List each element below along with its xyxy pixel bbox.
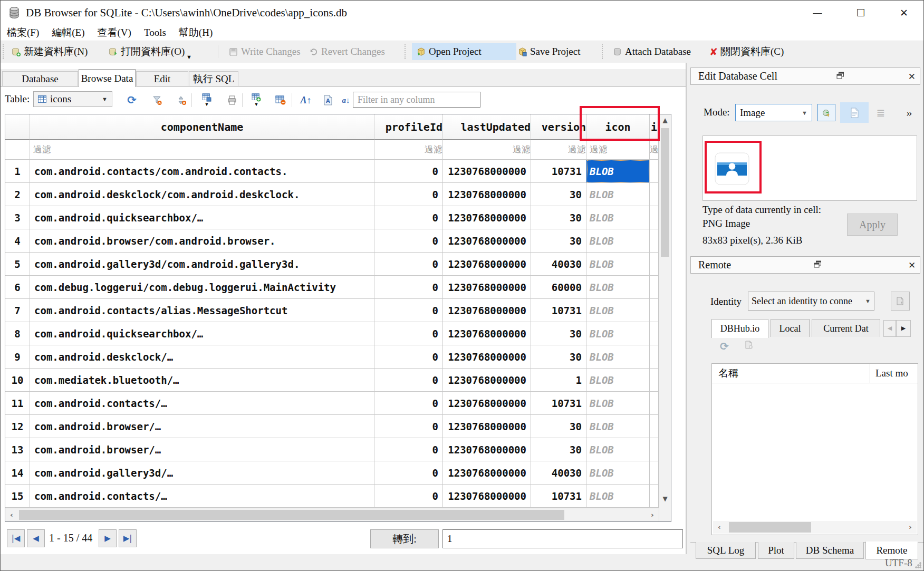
cell-componentName[interactable]: com.android.deskclock/com.android.deskcl… (30, 183, 374, 206)
open-project-button[interactable]: Open Project (412, 43, 516, 60)
remote-scrollbar-thumb[interactable] (729, 522, 811, 533)
cell-version[interactable]: 1 (531, 369, 586, 392)
row-number[interactable]: 8 (5, 322, 30, 345)
revert-changes-button[interactable]: Revert Changes (304, 43, 389, 60)
mode-select[interactable]: Image ▼ (735, 104, 812, 121)
cell-profileId[interactable]: 0 (374, 438, 443, 461)
cell-clipped[interactable] (650, 322, 659, 345)
insert-record-button[interactable]: ▼ (249, 93, 263, 107)
close-dock-icon[interactable]: ✕ (904, 260, 920, 270)
cell-clipped[interactable] (650, 461, 659, 485)
row-number[interactable]: 11 (5, 392, 30, 415)
clear-filters-button[interactable] (150, 93, 164, 107)
decrease-font-button[interactable]: a↓ (339, 93, 353, 107)
cell-icon[interactable]: BLOB (586, 160, 650, 183)
row-number[interactable]: 6 (5, 276, 30, 299)
row-number[interactable]: 3 (5, 206, 30, 229)
cell-version[interactable]: 30 (531, 322, 586, 345)
cell-profileId[interactable]: 0 (374, 322, 443, 345)
cell-componentName[interactable]: com.android.browser/com.android.browser. (30, 229, 374, 253)
cell-profileId[interactable]: 0 (374, 415, 443, 438)
cell-lastUpdated[interactable]: 1230768000000 (443, 183, 531, 206)
cell-lastUpdated[interactable]: 1230768000000 (443, 229, 531, 253)
cell-lastUpdated[interactable]: 1230768000000 (443, 253, 531, 276)
cell-clipped[interactable] (650, 206, 659, 229)
cell-lastUpdated[interactable]: 1230768000000 (443, 276, 531, 299)
clone-database-button[interactable] (891, 292, 910, 311)
cell-clipped[interactable] (650, 438, 659, 461)
filter-cell[interactable]: 過濾 (30, 140, 374, 160)
cell-componentName[interactable]: com.android.gallery3d/… (30, 461, 374, 485)
menu-edit[interactable]: 編輯(E) (45, 25, 91, 41)
cell-version[interactable]: 30 (531, 345, 586, 369)
open-recent-dropdown-icon[interactable]: ▼ (186, 54, 192, 60)
cell-profileId[interactable]: 0 (374, 206, 443, 229)
cell-lastUpdated[interactable]: 1230768000000 (443, 369, 531, 392)
print-button[interactable] (225, 93, 239, 107)
cell-clipped[interactable] (650, 160, 659, 183)
row-number[interactable]: 14 (5, 461, 30, 485)
header-componentName[interactable]: componentName (30, 114, 374, 140)
goto-button[interactable]: 轉到: (370, 529, 439, 548)
cell-profileId[interactable]: 0 (374, 183, 443, 206)
last-record-button[interactable]: ▶| (119, 529, 137, 547)
tab-scroll-right-icon[interactable]: ▶ (896, 320, 911, 337)
corner-header[interactable] (5, 114, 30, 140)
first-record-button[interactable]: |◀ (7, 529, 25, 547)
cell-profileId[interactable]: 0 (374, 345, 443, 369)
cell-icon[interactable]: BLOB (586, 485, 650, 508)
cell-componentName[interactable]: com.android.contacts/com.android.contact… (30, 160, 374, 183)
cell-clipped[interactable] (650, 229, 659, 253)
menu-tools[interactable]: Tools (138, 26, 172, 40)
remote-modified-column[interactable]: Last mo (870, 367, 908, 379)
cell-version[interactable]: 30 (531, 415, 586, 438)
float-dock-icon[interactable] (810, 260, 825, 270)
cell-componentName[interactable]: com.mediatek.bluetooth/… (30, 369, 374, 392)
cell-clipped[interactable] (650, 253, 659, 276)
filter-cell[interactable]: 過濾 (374, 140, 443, 160)
apply-button[interactable]: Apply (847, 214, 898, 236)
cell-lastUpdated[interactable]: 1230768000000 (443, 206, 531, 229)
header-profileId[interactable]: profileId (374, 114, 443, 140)
cell-componentName[interactable]: com.android.browser/… (30, 415, 374, 438)
cell-componentName[interactable]: com.android.gallery3d/com.android.galler… (30, 253, 374, 276)
filter-cell[interactable]: 過濾 (650, 140, 659, 160)
cell-icon[interactable]: BLOB (586, 461, 650, 485)
maximize-button[interactable]: ☐ (849, 5, 873, 21)
tab-current-database[interactable]: Current Dat (812, 319, 880, 337)
goto-input[interactable] (442, 529, 683, 548)
text-view-button[interactable] (840, 102, 869, 123)
filter-cell[interactable]: 過濾 (586, 140, 650, 160)
horizontal-scrollbar-thumb[interactable] (19, 510, 564, 520)
cell-version[interactable]: 40030 (531, 253, 586, 276)
cell-componentName[interactable]: com.android.quicksearchbox/… (30, 322, 374, 345)
cell-version[interactable]: 30 (531, 438, 586, 461)
new-database-button[interactable]: 新建資料庫(N) (7, 43, 92, 60)
cell-clipped[interactable] (650, 392, 659, 415)
dock-tab-db-schema[interactable]: DB Schema (796, 542, 864, 559)
dock-tab-sql-log[interactable]: SQL Log (696, 542, 756, 559)
import-data-button[interactable] (817, 104, 835, 121)
cell-clipped[interactable] (650, 183, 659, 206)
cell-icon[interactable]: BLOB (586, 322, 650, 345)
cell-icon[interactable]: BLOB (586, 183, 650, 206)
dock-tab-remote[interactable]: Remote (865, 541, 918, 559)
vertical-scrollbar[interactable]: ▲ ▼ (659, 114, 671, 521)
remote-name-column[interactable]: 名稱 (712, 364, 870, 383)
row-number[interactable]: 5 (5, 253, 30, 276)
cell-profileId[interactable]: 0 (374, 485, 443, 508)
open-database-button[interactable]: 打開資料庫(O) (104, 43, 189, 60)
remote-refresh-icon[interactable]: ⟳ (720, 340, 729, 353)
vertical-scrollbar-thumb[interactable] (661, 128, 669, 257)
menu-help[interactable]: 幫助(H) (172, 25, 219, 41)
close-dock-icon[interactable]: ✕ (904, 71, 920, 82)
filter-input[interactable] (353, 92, 480, 108)
cell-icon[interactable]: BLOB (586, 276, 650, 299)
cell-lastUpdated[interactable]: 1230768000000 (443, 322, 531, 345)
cell-componentName[interactable]: com.android.browser/… (30, 438, 374, 461)
cell-profileId[interactable]: 0 (374, 461, 443, 485)
tab-execute-sql[interactable]: 執行 SQL (189, 71, 238, 86)
row-number[interactable]: 10 (5, 369, 30, 392)
remote-new-database-icon[interactable] (744, 340, 754, 352)
pane-splitter[interactable] (686, 63, 687, 554)
